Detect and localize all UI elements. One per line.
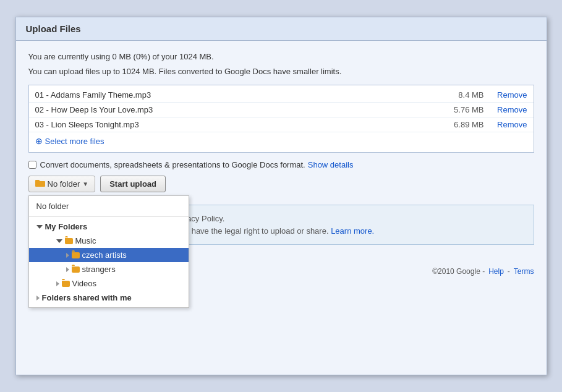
my-folders-text: My Folders	[45, 222, 88, 231]
my-folders-label[interactable]: My Folders	[29, 219, 189, 234]
table-row: 03 - Lion Sleeps Tonight.mp3 6.89 MB Rem…	[29, 117, 534, 132]
add-icon: ⊕	[35, 136, 43, 146]
svg-rect-1	[35, 180, 40, 182]
learn-more-link[interactable]: Learn more.	[331, 226, 374, 236]
select-more-label: Select more files	[45, 137, 104, 146]
copyright: ©2010 Google -	[432, 267, 485, 276]
file-name: 03 - Lion Sleeps Tonight.mp3	[35, 120, 435, 129]
file-size: 5.76 MB	[435, 105, 484, 114]
files-list: 01 - Addams Family Theme.mp3 8.4 MB Remo…	[28, 85, 534, 153]
folder-dropdown: No folder My Folders Music czech artists	[28, 195, 189, 308]
expand-videos-icon	[56, 281, 59, 286]
expand-strangers-icon	[66, 267, 69, 272]
dropdown-no-folder[interactable]: No folder	[29, 198, 189, 214]
dialog-title: Upload Files	[16, 17, 547, 41]
help-link[interactable]: Help	[488, 267, 504, 276]
folder-icon	[72, 266, 80, 273]
folder-icon-small	[35, 179, 45, 189]
shared-folders-text: Folders shared with me	[42, 293, 132, 302]
folder-icon	[62, 281, 70, 287]
folder-btn-label: No folder	[48, 179, 80, 189]
music-label: Music	[75, 236, 96, 245]
expand-czech-icon	[66, 253, 69, 258]
start-upload-btn[interactable]: Start upload	[100, 176, 166, 192]
remove-file-btn[interactable]: Remove	[484, 120, 527, 129]
tree-item-music[interactable]: Music	[29, 234, 189, 248]
terms-link[interactable]: Terms	[514, 267, 534, 276]
tree-item-czech-artists[interactable]: czech artists	[29, 248, 189, 262]
convert-row: Convert documents, spreadsheets & presen…	[28, 160, 534, 169]
select-more-link[interactable]: ⊕ Select more files	[29, 132, 534, 150]
remove-file-btn[interactable]: Remove	[484, 90, 527, 100]
usage-line2: You can upload files up to 1024 MB. File…	[28, 66, 534, 78]
expand-shared-icon	[36, 296, 40, 300]
expand-icon	[36, 225, 43, 229]
footer-separator: -	[508, 267, 510, 276]
file-name: 02 - How Deep Is Your Love.mp3	[35, 105, 435, 114]
remove-file-btn[interactable]: Remove	[484, 105, 527, 114]
table-row: 01 - Addams Family Theme.mp3 8.4 MB Remo…	[29, 88, 534, 103]
dialog-body: You are currently using 0 MB (0%) of you…	[16, 41, 547, 255]
strangers-label: strangers	[82, 265, 116, 274]
chevron-down-icon: ▼	[82, 181, 88, 187]
czech-artists-label: czech artists	[82, 250, 127, 260]
file-size: 6.89 MB	[435, 120, 484, 129]
upload-dialog: Upload Files You are currently using 0 M…	[15, 17, 547, 375]
convert-checkbox[interactable]	[28, 161, 36, 169]
show-details-link[interactable]: Show details	[308, 160, 354, 169]
folder-icon	[65, 238, 73, 244]
convert-label: Convert documents, spreadsheets & presen…	[40, 160, 305, 169]
folder-selector-btn[interactable]: No folder ▼	[28, 176, 96, 192]
expand-music-icon	[56, 239, 62, 243]
file-size: 8.4 MB	[435, 90, 484, 100]
usage-line1: You are currently using 0 MB (0%) of you…	[28, 51, 534, 63]
videos-label: Videos	[72, 279, 97, 288]
shared-folders-label[interactable]: Folders shared with me	[29, 291, 189, 305]
toolbar-row: No folder ▼ Start upload No folder My Fo…	[28, 176, 534, 192]
dropdown-divider	[29, 216, 189, 217]
tree-item-strangers[interactable]: strangers	[29, 262, 189, 276]
tree-item-videos[interactable]: Videos	[29, 276, 189, 291]
table-row: 02 - How Deep Is Your Love.mp3 5.76 MB R…	[29, 103, 534, 117]
file-name: 01 - Addams Family Theme.mp3	[35, 90, 435, 100]
folder-icon	[72, 252, 80, 258]
